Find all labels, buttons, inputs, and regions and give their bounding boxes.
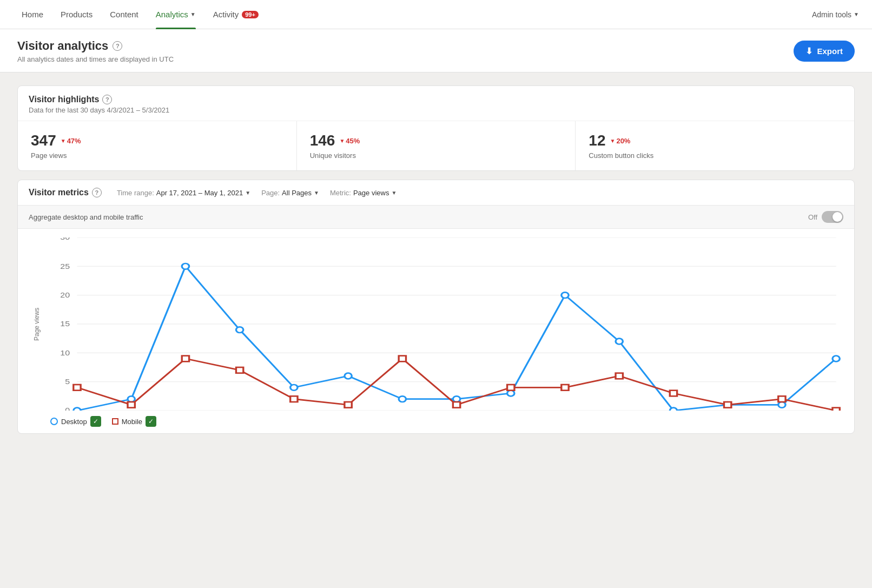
svg-point-42 xyxy=(778,402,785,408)
page-views-label: Page views xyxy=(31,151,283,160)
metric-filter-chevron-icon: ▼ xyxy=(391,190,397,196)
svg-rect-54 xyxy=(616,373,623,379)
svg-point-40 xyxy=(670,408,677,411)
chart-svg: 30 25 20 15 10 5 0 Apr 17 Apr 18 Apr 19 … xyxy=(48,237,843,411)
svg-point-31 xyxy=(182,263,189,269)
unique-visitors-value: 146 ▼ 45% xyxy=(310,132,563,149)
svg-point-36 xyxy=(453,396,460,402)
svg-rect-46 xyxy=(182,356,189,362)
svg-rect-50 xyxy=(399,356,406,362)
svg-text:15: 15 xyxy=(60,320,70,328)
page-title: Visitor analytics ? xyxy=(17,39,174,53)
aggregate-label: Aggregate desktop and mobile traffic xyxy=(29,213,143,221)
unique-visitors-down-arrow: ▼ xyxy=(339,138,345,144)
nav-analytics-label: Analytics xyxy=(156,10,188,19)
nav-home-label: Home xyxy=(22,10,43,19)
y-axis-label: Page views xyxy=(29,237,45,411)
svg-rect-47 xyxy=(236,367,243,373)
toggle-off-label: Off xyxy=(808,213,817,221)
button-clicks-down-arrow: ▼ xyxy=(610,138,616,144)
admin-tools-label: Admin tools xyxy=(812,10,851,19)
metrics-help-icon[interactable]: ? xyxy=(92,188,102,197)
toggle-area: Off xyxy=(808,211,843,223)
chart-container: 30 25 20 15 10 5 0 Apr 17 Apr 18 Apr 19 … xyxy=(48,237,843,411)
highlights-help-icon[interactable]: ? xyxy=(102,95,112,104)
nav-activity-label: Activity xyxy=(213,10,239,19)
page-filter-chevron-icon: ▼ xyxy=(314,190,319,196)
metric-button-clicks: 12 ▼ 20% Custom button clicks xyxy=(576,121,854,170)
mobile-legend-icon xyxy=(112,418,118,425)
nav-item-analytics[interactable]: Analytics ▼ xyxy=(147,0,204,29)
highlights-subtitle: Data for the last 30 days 4/3/2021 – 5/3… xyxy=(29,106,843,114)
desktop-legend-label: Desktop xyxy=(61,418,87,426)
nav-items: Home Products Content Analytics ▼ Activi… xyxy=(13,0,812,29)
legend-desktop: Desktop ✓ xyxy=(50,416,101,427)
highlights-metrics: 347 ▼ 47% Page views 146 ▼ 45% Unique vi… xyxy=(18,121,854,170)
metrics-card: Visitor metrics ? Time range: Apr 17, 20… xyxy=(17,180,855,434)
page-views-value: 347 ▼ 47% xyxy=(31,132,283,149)
svg-rect-53 xyxy=(561,385,569,391)
metrics-title: Visitor metrics ? xyxy=(29,188,102,197)
svg-rect-51 xyxy=(453,402,460,408)
nav-item-products[interactable]: Products xyxy=(52,0,101,29)
svg-rect-58 xyxy=(833,408,840,411)
export-button[interactable]: ⬇ Export xyxy=(794,41,855,62)
svg-text:30: 30 xyxy=(60,237,70,241)
page-title-help-icon[interactable]: ? xyxy=(113,41,122,51)
svg-point-39 xyxy=(616,339,623,345)
nav-item-activity[interactable]: Activity 99+ xyxy=(204,0,267,29)
svg-point-38 xyxy=(561,292,569,298)
activity-badge: 99+ xyxy=(242,11,259,18)
highlights-card: Visitor highlights ? Data for the last 3… xyxy=(17,85,855,171)
svg-text:0: 0 xyxy=(65,407,70,411)
svg-rect-48 xyxy=(290,396,298,402)
page-title-area: Visitor analytics ? All analytics dates … xyxy=(17,39,174,63)
page-filter-label: Page: xyxy=(261,189,280,197)
svg-point-34 xyxy=(345,373,352,379)
svg-point-30 xyxy=(128,396,135,402)
button-clicks-value: 12 ▼ 20% xyxy=(589,132,841,149)
aggregate-toggle[interactable] xyxy=(822,211,843,223)
nav-item-content[interactable]: Content xyxy=(101,0,147,29)
svg-point-33 xyxy=(290,385,298,391)
button-clicks-change: ▼ 20% xyxy=(610,137,631,145)
svg-text:10: 10 xyxy=(60,349,70,356)
unique-visitors-label: Unique visitors xyxy=(310,151,563,160)
page-subtitle: All analytics dates and times are displa… xyxy=(17,55,174,63)
svg-rect-52 xyxy=(507,385,514,391)
svg-point-35 xyxy=(399,396,406,402)
admin-tools-menu[interactable]: Admin tools ▼ xyxy=(812,10,859,19)
svg-point-29 xyxy=(74,408,81,411)
metric-filter-value: Page views xyxy=(353,189,389,197)
button-clicks-label: Custom button clicks xyxy=(589,151,841,160)
page-filter-value: All Pages xyxy=(282,189,312,197)
metric-filter[interactable]: Metric: Page views ▼ xyxy=(330,189,397,197)
svg-text:25: 25 xyxy=(60,262,70,270)
highlights-header: Visitor highlights ? Data for the last 3… xyxy=(18,86,854,121)
svg-rect-45 xyxy=(128,402,135,408)
legend-mobile: Mobile ✓ xyxy=(112,416,156,427)
chart-legend: Desktop ✓ Mobile ✓ xyxy=(50,416,843,427)
time-range-value: Apr 17, 2021 – May 1, 2021 xyxy=(156,189,243,197)
svg-rect-44 xyxy=(74,385,81,391)
time-range-label: Time range: xyxy=(117,189,154,197)
nav-item-home[interactable]: Home xyxy=(13,0,52,29)
desktop-legend-icon xyxy=(50,418,58,425)
desktop-legend-check[interactable]: ✓ xyxy=(90,416,101,427)
page-header: Visitor analytics ? All analytics dates … xyxy=(0,29,872,72)
svg-point-37 xyxy=(507,391,514,397)
unique-visitors-change: ▼ 45% xyxy=(339,137,360,145)
svg-rect-57 xyxy=(778,396,785,402)
aggregate-row: Aggregate desktop and mobile traffic Off xyxy=(18,206,854,229)
svg-rect-49 xyxy=(345,402,352,408)
analytics-chevron-icon: ▼ xyxy=(190,11,196,17)
mobile-legend-check[interactable]: ✓ xyxy=(146,416,156,427)
time-range-chevron-icon: ▼ xyxy=(245,190,250,196)
svg-text:5: 5 xyxy=(65,378,70,385)
metric-filter-label: Metric: xyxy=(330,189,351,197)
top-nav: Home Products Content Analytics ▼ Activi… xyxy=(0,0,872,29)
time-range-filter[interactable]: Time range: Apr 17, 2021 – May 1, 2021 ▼ xyxy=(117,189,250,197)
page-filter[interactable]: Page: All Pages ▼ xyxy=(261,189,319,197)
highlights-title: Visitor highlights ? xyxy=(29,95,843,104)
svg-point-32 xyxy=(236,327,243,333)
